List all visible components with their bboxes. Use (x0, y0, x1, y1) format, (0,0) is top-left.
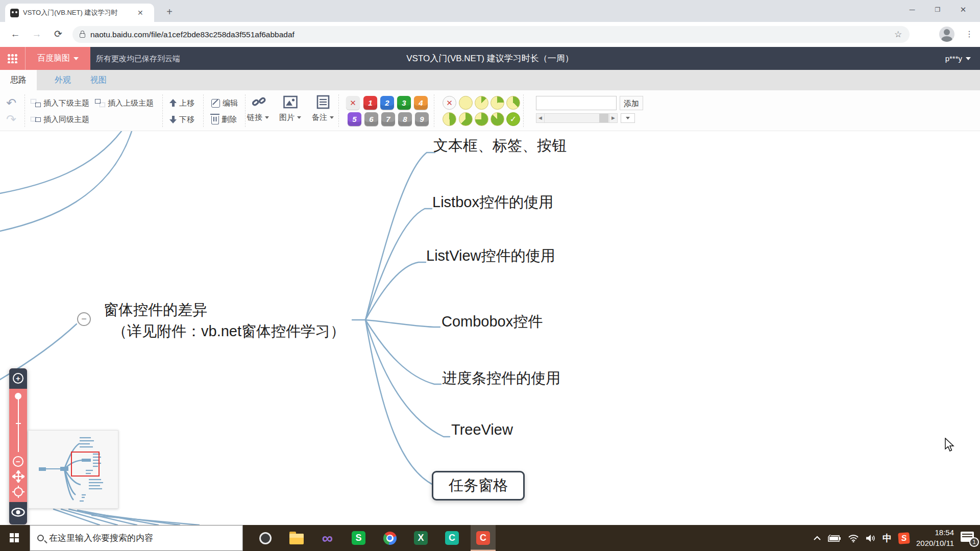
tray-expand-icon[interactable] (813, 536, 821, 541)
priority-clear-icon[interactable] (346, 96, 360, 110)
zoom-in-button[interactable]: + (9, 368, 27, 389)
progress-0-icon[interactable] (459, 96, 473, 110)
pan-tool-icon[interactable] (12, 470, 24, 483)
priority-2-icon[interactable]: 2 (380, 96, 394, 110)
browser-toolbar: ← → ⟳ naotu.baidu.com/file/a1cef2bde83c2… (0, 22, 980, 47)
sogou-icon[interactable]: S (898, 532, 910, 544)
priority-9-icon[interactable]: 9 (415, 112, 429, 126)
new-tab-button[interactable]: + (162, 5, 177, 19)
taskbar-recorder-button-active[interactable]: C (471, 525, 496, 551)
progress-2-icon[interactable] (491, 96, 504, 110)
mindmap-canvas[interactable]: − 窗体控件的差异 （详见附件：vb.net窗体控件学习） 文本框、标签、按钮 … (0, 131, 980, 525)
minimap-panel[interactable] (28, 430, 118, 509)
bookmark-star-icon[interactable]: ☆ (894, 29, 902, 40)
progress-5-icon[interactable] (459, 112, 473, 126)
image-icon[interactable] (283, 94, 298, 110)
browser-tab[interactable]: VSTO入门(VB.NET) 建议学习时 ✕ (5, 4, 154, 22)
priority-3-icon[interactable]: 3 (397, 96, 411, 110)
link-icon[interactable] (251, 94, 266, 110)
browser-menu-icon[interactable]: ⋮ (963, 27, 976, 41)
speaker-icon[interactable] (866, 534, 876, 542)
undo-button[interactable]: ↶ (6, 96, 16, 110)
progress-1-icon[interactable] (475, 96, 488, 110)
forward-icon[interactable]: → (29, 26, 45, 42)
mindmap-node-treeview[interactable]: TreeView (451, 421, 513, 438)
collapse-node-button[interactable]: − (77, 312, 91, 326)
taskbar-explorer-button[interactable] (284, 525, 309, 551)
battery-icon[interactable] (828, 535, 841, 542)
redo-button[interactable]: ↷ (6, 112, 16, 127)
scroll-right-icon[interactable]: ▶ (609, 114, 617, 122)
taskbar-visualstudio-button[interactable]: ∞ (315, 525, 340, 551)
mindmap-node-listbox[interactable]: Listbox控件的使用 (432, 192, 553, 213)
tab-ideas[interactable]: 思路 (0, 70, 37, 90)
priority-4-icon[interactable]: 4 (414, 96, 428, 110)
ime-indicator[interactable]: 中 (883, 532, 892, 544)
taskbar-camtasia-button[interactable]: C (439, 525, 464, 551)
priority-8-icon[interactable]: 8 (398, 112, 412, 126)
app-launcher-button[interactable] (0, 47, 25, 70)
chevron-down-icon (297, 116, 301, 119)
taskbar-chrome-button[interactable] (377, 525, 402, 551)
profile-avatar[interactable] (939, 27, 954, 42)
progress-3-icon[interactable] (506, 96, 520, 110)
address-bar[interactable]: naotu.baidu.com/file/a1cef2bde83c258da3f… (72, 26, 910, 43)
start-button[interactable] (0, 525, 30, 551)
mindmap-node-taskpane-selected[interactable]: 任务窗格 (432, 471, 525, 500)
tag-input[interactable] (536, 96, 617, 110)
scroll-left-icon[interactable]: ◀ (536, 114, 545, 122)
insert-sibling-topic-button[interactable]: 插入同级主题 (31, 112, 89, 127)
note-icon[interactable] (315, 94, 331, 110)
taskbar-snip-button[interactable]: S (346, 525, 371, 551)
priority-6-icon[interactable]: 6 (364, 112, 378, 126)
back-icon[interactable]: ← (7, 26, 23, 42)
link-dropdown[interactable]: 链接 (247, 113, 269, 122)
image-dropdown[interactable]: 图片 (279, 113, 301, 122)
window-maximize-icon[interactable]: ❐ (925, 0, 950, 19)
mindmap-node-main[interactable]: 窗体控件的差异 （详见附件：vb.net窗体控件学习） (104, 299, 345, 342)
chrome-icon (383, 532, 397, 545)
note-dropdown[interactable]: 备注 (312, 113, 334, 122)
progress-done-icon[interactable] (506, 112, 520, 126)
priority-7-icon[interactable]: 7 (381, 112, 395, 126)
taskbar-search-box[interactable]: 在这里输入你要搜索的内容 (30, 525, 243, 551)
move-up-button[interactable]: 上移 (169, 96, 194, 110)
taskbar-clock[interactable]: 18:54 2020/10/11 (916, 528, 954, 548)
progress-7-icon[interactable] (491, 112, 504, 126)
tab-close-icon[interactable]: ✕ (137, 9, 143, 17)
insert-parent-topic-button[interactable]: 插入上级主题 (95, 96, 154, 110)
edit-button[interactable]: 编辑 (211, 96, 238, 110)
wifi-icon[interactable] (848, 534, 859, 542)
taskbar-cortana-button[interactable] (253, 525, 278, 551)
tab-appearance[interactable]: 外观 (47, 70, 79, 90)
progress-4-icon[interactable] (443, 112, 456, 126)
delete-button[interactable]: 删除 (211, 112, 237, 127)
priority-5-icon[interactable]: 5 (348, 112, 361, 126)
move-down-button[interactable]: 下移 (169, 112, 194, 127)
chevron-down-icon (626, 117, 630, 119)
insert-child-topic-button[interactable]: 插入下级主题 (31, 96, 89, 110)
mindmap-node-listview[interactable]: ListView控件的使用 (426, 246, 555, 266)
progress-6-icon[interactable] (475, 112, 488, 126)
tag-dropdown-button[interactable] (621, 113, 635, 123)
window-minimize-icon[interactable]: ─ (899, 0, 925, 19)
zoom-out-button[interactable]: − (13, 456, 23, 467)
view-mode-button[interactable] (9, 502, 27, 524)
user-menu[interactable]: p***y (945, 47, 971, 70)
tab-view[interactable]: 视图 (83, 70, 114, 90)
locate-center-icon[interactable] (12, 486, 24, 498)
tag-add-button[interactable]: 添加 (620, 96, 643, 110)
window-close-icon[interactable]: ✕ (950, 0, 976, 19)
notification-center-button[interactable]: 1 (961, 532, 976, 545)
mindmap-node-progressbar[interactable]: 进度条控件的使用 (442, 368, 560, 389)
progress-clear-icon[interactable] (443, 96, 456, 110)
brand-menu-button[interactable]: 百度脑图 (25, 47, 90, 70)
scroll-thumb[interactable] (599, 114, 608, 122)
priority-1-icon[interactable]: 1 (363, 96, 377, 110)
tag-scrollbar[interactable]: ◀ ▶ (536, 113, 618, 123)
reload-icon[interactable]: ⟳ (50, 26, 66, 42)
mindmap-node-textbox[interactable]: 文本框、标签、按钮 (433, 136, 567, 156)
mindmap-node-combobox[interactable]: Combobox控件 (442, 312, 543, 332)
zoom-slider-knob[interactable] (15, 393, 21, 399)
taskbar-excel-button[interactable]: X (408, 525, 433, 551)
